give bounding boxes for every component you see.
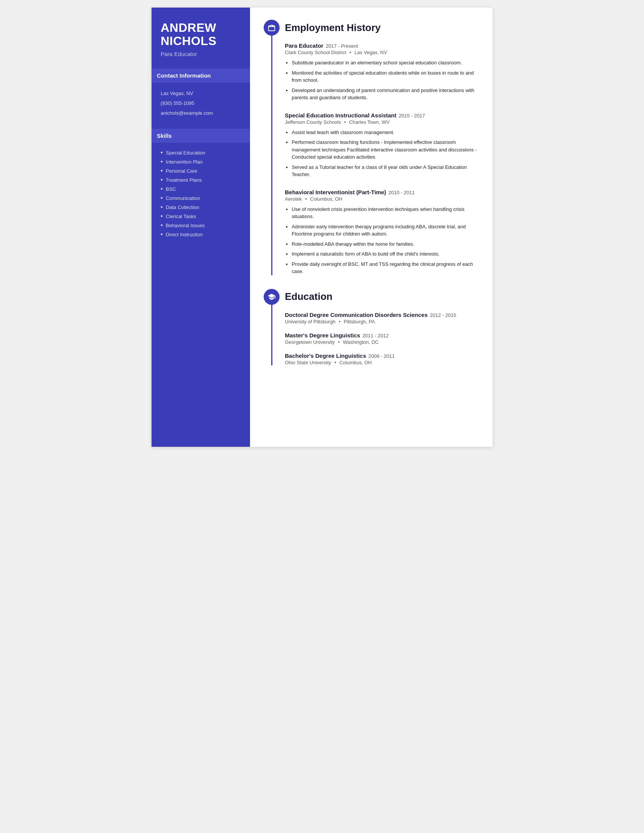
skill-item: Intervention Plan (161, 157, 241, 166)
job-bullets: Assist lead teach with classroom managem… (285, 129, 479, 178)
job-header: Special Education Instructional Assistan… (285, 112, 479, 119)
job-header: Para Educator2017 - Present (285, 42, 479, 49)
job-entry: Behavioral Interventionist (Part-Time)20… (285, 189, 479, 275)
edu-dates: 2011 - 2012 (362, 333, 389, 338)
contact-section-header: Contact Information (151, 69, 250, 82)
candidate-title: Para Educator (161, 51, 241, 57)
edu-degree: Master's Degree Linguistics (285, 332, 360, 338)
job-title: Special Education Instructional Assistan… (285, 112, 397, 119)
skill-item: Communication (161, 193, 241, 203)
skill-item: Personal Care (161, 166, 241, 175)
job-entry: Special Education Instructional Assistan… (285, 112, 479, 178)
job-title: Behavioral Interventionist (Part-Time) (285, 189, 386, 195)
job-location: Aerotek • Columbus, OH (285, 196, 479, 202)
sidebar: ANDREW NICHOLS Para Educator Contact Inf… (151, 8, 250, 447)
resume: ANDREW NICHOLS Para Educator Contact Inf… (151, 8, 493, 447)
contact-email: anichols@example.com (161, 108, 241, 118)
contact-city: Las Vegas, NV (161, 88, 241, 98)
edu-degree: Doctoral Degree Communication Disorders … (285, 312, 428, 318)
edu-header: Doctoral Degree Communication Disorders … (285, 312, 479, 318)
education-section-title: Education (285, 291, 333, 302)
graduation-icon (264, 289, 280, 305)
employment-section-title: Employment History (285, 22, 381, 34)
edu-degree: Bachelor's Degree Linguistics (285, 352, 366, 359)
skill-item: Special Education (161, 148, 241, 157)
skill-item: Clerical Tasks (161, 212, 241, 221)
education-section-header: Education (264, 289, 479, 305)
education-timeline: Doctoral Degree Communication Disorders … (264, 312, 479, 365)
contact-phone: (930) 555-1095 (161, 98, 241, 108)
edu-location: University of Pittsburgh • Pittsburgh, P… (285, 319, 479, 325)
skill-item: Treatment Plans (161, 175, 241, 184)
job-bullet: Administer early intervention therapy pr… (292, 223, 479, 238)
job-dates: 2017 - Present (326, 43, 358, 49)
skill-item: BSC (161, 184, 241, 193)
edu-dates: 2008 - 2011 (368, 353, 394, 359)
job-location: Clark County School District • Las Vegas… (285, 50, 479, 55)
skills-list: Special EducationIntervention PlanPerson… (161, 148, 241, 239)
briefcase-icon (264, 20, 280, 35)
skill-item: Behavioral Issues (161, 221, 241, 230)
job-bullet: Role-modelled ABA therapy within the hom… (292, 240, 479, 248)
job-bullet: Developed an understanding of parent com… (292, 87, 479, 101)
edu-header: Bachelor's Degree Linguistics2008 - 2011 (285, 352, 479, 359)
job-bullet: Served as a Tutorial teacher for a class… (292, 164, 479, 178)
edu-location: Georgetown University • Washington, DC (285, 339, 479, 345)
job-bullet: Assist lead teach with classroom managem… (292, 129, 479, 136)
education-entry: Bachelor's Degree Linguistics2008 - 2011… (285, 352, 479, 365)
edu-dates: 2012 - 2015 (430, 312, 456, 318)
skill-item: Direct Instruction (161, 230, 241, 239)
job-bullet: Provide daily oversight of BSC, MT and T… (292, 261, 479, 275)
job-bullet: Substitute paraeducator in an elementary… (292, 59, 479, 67)
job-bullets: Use of nonviolent crisis prevention inte… (285, 206, 479, 275)
skills-section: Skills Special EducationIntervention Pla… (161, 129, 241, 239)
candidate-name: ANDREW NICHOLS (161, 21, 241, 48)
employment-timeline: Para Educator2017 - PresentClark County … (264, 42, 479, 275)
job-dates: 2015 - 2017 (399, 113, 425, 119)
job-bullet: Monitored the activities of special educ… (292, 69, 479, 84)
job-title: Para Educator (285, 42, 324, 49)
edu-header: Master's Degree Linguistics2011 - 2012 (285, 332, 479, 338)
edu-location: Ohio State University • Columbus, OH (285, 360, 479, 365)
skills-section-header: Skills (151, 129, 250, 143)
contact-section: Contact Information Las Vegas, NV (930) … (161, 69, 241, 129)
employment-section: Employment History Para Educator2017 - P… (264, 20, 479, 275)
contact-info: Las Vegas, NV (930) 555-1095 anichols@ex… (161, 88, 241, 118)
employment-section-header: Employment History (264, 20, 479, 35)
education-section: Education Doctoral Degree Communication … (264, 289, 479, 365)
education-entry: Master's Degree Linguistics2011 - 2012Ge… (285, 332, 479, 345)
main-content: Employment History Para Educator2017 - P… (250, 8, 493, 447)
job-bullet: Performed classroom teaching functions -… (292, 138, 479, 161)
job-entry: Para Educator2017 - PresentClark County … (285, 42, 479, 101)
job-bullet: Use of nonviolent crisis prevention inte… (292, 206, 479, 220)
job-bullets: Substitute paraeducator in an elementary… (285, 59, 479, 101)
education-entry: Doctoral Degree Communication Disorders … (285, 312, 479, 325)
skill-item: Data Collection (161, 203, 241, 212)
job-location: Jefferson County Schools • Charles Town,… (285, 119, 479, 125)
job-header: Behavioral Interventionist (Part-Time)20… (285, 189, 479, 195)
job-bullet: Implement a naturalistic form of ABA to … (292, 250, 479, 258)
job-dates: 2010 - 2011 (388, 190, 414, 195)
